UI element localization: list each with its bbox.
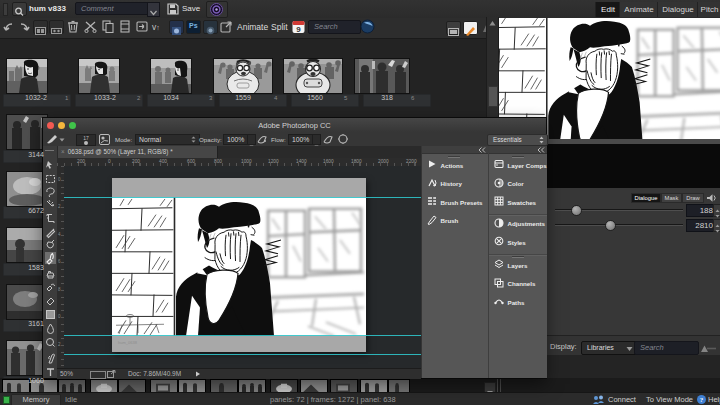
svg-text:9: 9: [296, 25, 301, 34]
svg-text:?: ?: [700, 396, 704, 404]
